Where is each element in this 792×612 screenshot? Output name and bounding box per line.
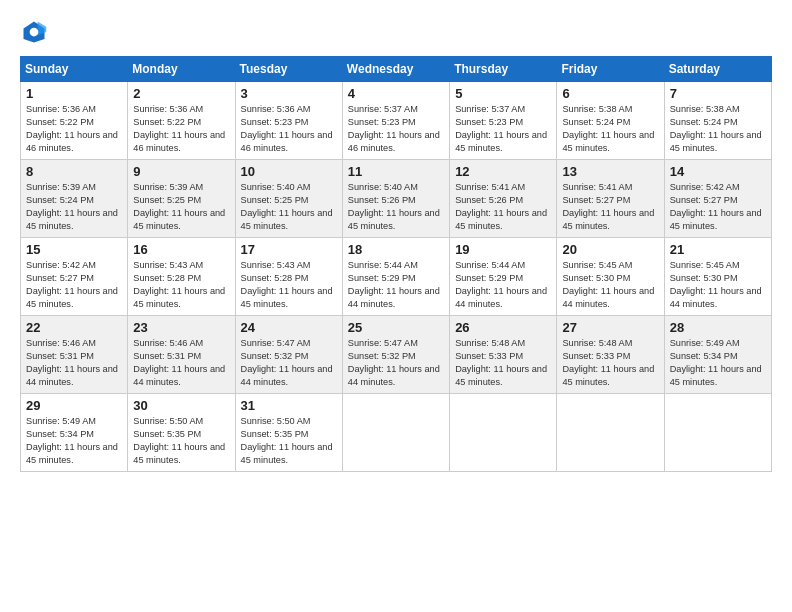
day-number: 13 [562,164,658,179]
day-info: Sunrise: 5:41 AMSunset: 5:27 PMDaylight:… [562,182,654,231]
day-number: 26 [455,320,551,335]
day-number: 15 [26,242,122,257]
day-info: Sunrise: 5:44 AMSunset: 5:29 PMDaylight:… [348,260,440,309]
day-info: Sunrise: 5:41 AMSunset: 5:26 PMDaylight:… [455,182,547,231]
day-number: 27 [562,320,658,335]
day-info: Sunrise: 5:43 AMSunset: 5:28 PMDaylight:… [241,260,333,309]
calendar-cell: 19 Sunrise: 5:44 AMSunset: 5:29 PMDaylig… [450,238,557,316]
week-row-3: 15 Sunrise: 5:42 AMSunset: 5:27 PMDaylig… [21,238,772,316]
calendar-cell: 3 Sunrise: 5:36 AMSunset: 5:23 PMDayligh… [235,82,342,160]
calendar-cell: 9 Sunrise: 5:39 AMSunset: 5:25 PMDayligh… [128,160,235,238]
calendar-cell: 6 Sunrise: 5:38 AMSunset: 5:24 PMDayligh… [557,82,664,160]
day-number: 29 [26,398,122,413]
calendar-cell [664,394,771,472]
day-info: Sunrise: 5:47 AMSunset: 5:32 PMDaylight:… [348,338,440,387]
day-number: 7 [670,86,766,101]
day-info: Sunrise: 5:36 AMSunset: 5:22 PMDaylight:… [133,104,225,153]
day-info: Sunrise: 5:43 AMSunset: 5:28 PMDaylight:… [133,260,225,309]
weekday-saturday: Saturday [664,57,771,82]
week-row-1: 1 Sunrise: 5:36 AMSunset: 5:22 PMDayligh… [21,82,772,160]
day-info: Sunrise: 5:37 AMSunset: 5:23 PMDaylight:… [348,104,440,153]
calendar-cell: 8 Sunrise: 5:39 AMSunset: 5:24 PMDayligh… [21,160,128,238]
day-info: Sunrise: 5:49 AMSunset: 5:34 PMDaylight:… [26,416,118,465]
day-number: 18 [348,242,444,257]
day-number: 19 [455,242,551,257]
calendar-cell: 2 Sunrise: 5:36 AMSunset: 5:22 PMDayligh… [128,82,235,160]
day-info: Sunrise: 5:36 AMSunset: 5:22 PMDaylight:… [26,104,118,153]
day-number: 24 [241,320,337,335]
day-number: 8 [26,164,122,179]
day-number: 28 [670,320,766,335]
calendar-cell [450,394,557,472]
calendar-cell: 1 Sunrise: 5:36 AMSunset: 5:22 PMDayligh… [21,82,128,160]
calendar-cell: 13 Sunrise: 5:41 AMSunset: 5:27 PMDaylig… [557,160,664,238]
day-number: 25 [348,320,444,335]
week-row-2: 8 Sunrise: 5:39 AMSunset: 5:24 PMDayligh… [21,160,772,238]
day-number: 2 [133,86,229,101]
day-info: Sunrise: 5:45 AMSunset: 5:30 PMDaylight:… [562,260,654,309]
day-number: 9 [133,164,229,179]
calendar-table: SundayMondayTuesdayWednesdayThursdayFrid… [20,56,772,472]
day-number: 12 [455,164,551,179]
weekday-header-row: SundayMondayTuesdayWednesdayThursdayFrid… [21,57,772,82]
day-number: 1 [26,86,122,101]
day-number: 21 [670,242,766,257]
calendar-cell: 25 Sunrise: 5:47 AMSunset: 5:32 PMDaylig… [342,316,449,394]
svg-marker-1 [38,22,47,36]
calendar-page: SundayMondayTuesdayWednesdayThursdayFrid… [0,0,792,612]
day-info: Sunrise: 5:46 AMSunset: 5:31 PMDaylight:… [26,338,118,387]
calendar-cell: 29 Sunrise: 5:49 AMSunset: 5:34 PMDaylig… [21,394,128,472]
calendar-cell: 15 Sunrise: 5:42 AMSunset: 5:27 PMDaylig… [21,238,128,316]
day-info: Sunrise: 5:39 AMSunset: 5:25 PMDaylight:… [133,182,225,231]
day-info: Sunrise: 5:47 AMSunset: 5:32 PMDaylight:… [241,338,333,387]
day-info: Sunrise: 5:42 AMSunset: 5:27 PMDaylight:… [26,260,118,309]
day-number: 20 [562,242,658,257]
day-number: 10 [241,164,337,179]
calendar-cell: 30 Sunrise: 5:50 AMSunset: 5:35 PMDaylig… [128,394,235,472]
day-number: 4 [348,86,444,101]
day-info: Sunrise: 5:50 AMSunset: 5:35 PMDaylight:… [133,416,225,465]
week-row-4: 22 Sunrise: 5:46 AMSunset: 5:31 PMDaylig… [21,316,772,394]
logo-icon [20,18,48,46]
day-info: Sunrise: 5:50 AMSunset: 5:35 PMDaylight:… [241,416,333,465]
weekday-tuesday: Tuesday [235,57,342,82]
day-number: 16 [133,242,229,257]
calendar-cell: 22 Sunrise: 5:46 AMSunset: 5:31 PMDaylig… [21,316,128,394]
day-number: 3 [241,86,337,101]
day-info: Sunrise: 5:44 AMSunset: 5:29 PMDaylight:… [455,260,547,309]
day-number: 30 [133,398,229,413]
calendar-cell [342,394,449,472]
week-row-5: 29 Sunrise: 5:49 AMSunset: 5:34 PMDaylig… [21,394,772,472]
day-info: Sunrise: 5:37 AMSunset: 5:23 PMDaylight:… [455,104,547,153]
calendar-cell: 21 Sunrise: 5:45 AMSunset: 5:30 PMDaylig… [664,238,771,316]
day-number: 14 [670,164,766,179]
weekday-monday: Monday [128,57,235,82]
day-info: Sunrise: 5:40 AMSunset: 5:25 PMDaylight:… [241,182,333,231]
calendar-cell: 10 Sunrise: 5:40 AMSunset: 5:25 PMDaylig… [235,160,342,238]
weekday-thursday: Thursday [450,57,557,82]
day-info: Sunrise: 5:40 AMSunset: 5:26 PMDaylight:… [348,182,440,231]
day-info: Sunrise: 5:46 AMSunset: 5:31 PMDaylight:… [133,338,225,387]
day-number: 31 [241,398,337,413]
calendar-cell: 5 Sunrise: 5:37 AMSunset: 5:23 PMDayligh… [450,82,557,160]
day-info: Sunrise: 5:48 AMSunset: 5:33 PMDaylight:… [455,338,547,387]
day-info: Sunrise: 5:36 AMSunset: 5:23 PMDaylight:… [241,104,333,153]
logo [20,18,52,46]
day-number: 22 [26,320,122,335]
calendar-cell: 27 Sunrise: 5:48 AMSunset: 5:33 PMDaylig… [557,316,664,394]
calendar-cell: 23 Sunrise: 5:46 AMSunset: 5:31 PMDaylig… [128,316,235,394]
weekday-sunday: Sunday [21,57,128,82]
weekday-wednesday: Wednesday [342,57,449,82]
calendar-cell: 11 Sunrise: 5:40 AMSunset: 5:26 PMDaylig… [342,160,449,238]
day-info: Sunrise: 5:42 AMSunset: 5:27 PMDaylight:… [670,182,762,231]
day-number: 5 [455,86,551,101]
day-number: 11 [348,164,444,179]
calendar-cell: 18 Sunrise: 5:44 AMSunset: 5:29 PMDaylig… [342,238,449,316]
day-number: 17 [241,242,337,257]
calendar-cell: 7 Sunrise: 5:38 AMSunset: 5:24 PMDayligh… [664,82,771,160]
day-info: Sunrise: 5:45 AMSunset: 5:30 PMDaylight:… [670,260,762,309]
calendar-cell: 28 Sunrise: 5:49 AMSunset: 5:34 PMDaylig… [664,316,771,394]
day-info: Sunrise: 5:49 AMSunset: 5:34 PMDaylight:… [670,338,762,387]
svg-point-2 [30,28,39,37]
day-info: Sunrise: 5:48 AMSunset: 5:33 PMDaylight:… [562,338,654,387]
